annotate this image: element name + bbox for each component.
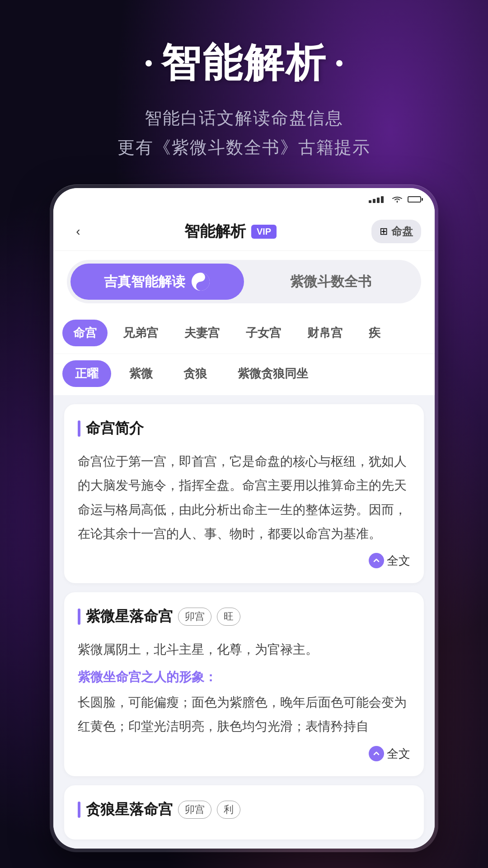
card-mingong-body: 命宫位于第一宫，即首宫，它是命盘的核心与枢纽，犹如人的大脑发号施令，指挥全盘。命… xyxy=(78,449,410,546)
card-ziwei-mingong: 紫微星落命宫 卯宫 旺 紫微属阴土，北斗主星，化尊，为官禄主。 紫微坐命宫之人的… xyxy=(64,592,424,776)
vip-badge: VIP xyxy=(251,225,277,239)
title-row: 智能解析 xyxy=(117,36,371,90)
toggle-left-button[interactable]: 吉真智能解读 xyxy=(70,264,244,300)
title-dot-right xyxy=(336,60,343,66)
card-tanlang-header: 贪狼星落命宫 卯宫 利 xyxy=(78,800,410,820)
tab2-ziwei-tanlang[interactable]: 紫微贪狼同坐 xyxy=(225,360,321,387)
tab-mingong[interactable]: 命宫 xyxy=(62,320,108,346)
tab-fuqigong[interactable]: 夫妻宫 xyxy=(174,320,230,346)
card-tanlang-mingong: 贪狼星落命宫 卯宫 利 xyxy=(64,785,424,840)
app-header: ‹ 智能解析 VIP ⊞ 命盘 xyxy=(53,211,435,251)
mingpan-text: 命盘 xyxy=(391,224,413,239)
read-more-2[interactable]: 全文 xyxy=(78,746,410,762)
card-mingong-title: 命宫简介 xyxy=(86,419,144,439)
tab-ji[interactable]: 疾 xyxy=(358,320,391,346)
card-accent xyxy=(78,420,80,437)
toggle-section: 吉真智能解读 紫微斗数全书 xyxy=(53,251,435,312)
chevron-up-icon-1 xyxy=(373,557,380,564)
card-mingong-header: 命宫简介 xyxy=(78,419,410,439)
read-more-icon-2 xyxy=(369,746,384,761)
tab2-zhengyao[interactable]: 正曜 xyxy=(62,360,111,387)
app-title: 智能解析 xyxy=(184,221,246,242)
signal-icon xyxy=(369,196,387,203)
toggle-container: 吉真智能解读 紫微斗数全书 xyxy=(67,260,421,303)
mingpan-button[interactable]: ⊞ 命盘 xyxy=(371,220,421,243)
toggle-left-label: 吉真智能解读 xyxy=(104,273,185,291)
header-center: 智能解析 VIP xyxy=(184,221,277,242)
read-more-text-2: 全文 xyxy=(387,746,410,762)
back-button[interactable]: ‹ xyxy=(67,220,89,243)
status-icons xyxy=(369,196,421,203)
badge-tanlang-maogong: 卯宫 xyxy=(178,801,211,819)
header-section: 智能解析 智能白话文解读命盘信息 更有《紫微斗数全书》古籍提示 xyxy=(117,36,371,162)
card-tanlang-title: 贪狼星落命宫 xyxy=(86,800,173,820)
badge-li: 利 xyxy=(217,801,240,819)
subtitle: 智能白话文解读命盘信息 更有《紫微斗数全书》古籍提示 xyxy=(117,104,371,162)
phone-inner: ‹ 智能解析 VIP ⊞ 命盘 吉真智能解读 xyxy=(53,188,435,848)
badge-wang: 旺 xyxy=(217,608,240,626)
svg-rect-3 xyxy=(381,196,384,203)
svg-rect-1 xyxy=(373,199,375,203)
card-ziwei-title: 紫微星落命宫 xyxy=(86,607,173,627)
page-title: 智能解析 xyxy=(161,36,327,90)
scroll-content: 命宫简介 命宫位于第一宫，即首宫，它是命盘的核心与枢纽，犹如人的大脑发号施令，指… xyxy=(53,395,435,848)
tab-caibogong[interactable]: 财帛宫 xyxy=(296,320,353,346)
tab2-tanlang[interactable]: 贪狼 xyxy=(171,360,220,387)
toggle-right-button[interactable]: 紫微斗数全书 xyxy=(244,264,418,299)
card-ziwei-body2: 长圆脸，可能偏瘦；面色为紫膪色，晚年后面色可能会变为红黄色；印堂光洁明亮，肤色均… xyxy=(78,690,410,738)
tab-xiongdigong[interactable]: 兄弟宫 xyxy=(112,320,169,346)
card-mingong-intro: 命宫简介 命宫位于第一宫，即首宫，它是命盘的核心与枢纽，犹如人的大脑发号施令，指… xyxy=(64,404,424,583)
tab-zinugong[interactable]: 子女宫 xyxy=(235,320,292,346)
card-accent-3 xyxy=(78,802,80,818)
svg-point-5 xyxy=(199,275,202,279)
mingpan-icon: ⊞ xyxy=(380,226,388,237)
read-more-icon-1 xyxy=(369,553,384,568)
svg-rect-2 xyxy=(377,198,380,203)
tab2-ziwei[interactable]: 紫微 xyxy=(117,360,165,387)
battery-icon xyxy=(408,196,421,203)
purple-subtitle: 紫微坐命宫之人的形象： xyxy=(78,669,410,686)
svg-rect-0 xyxy=(369,200,371,203)
tabs-row-2: 正曜 紫微 贪狼 紫微贪狼同坐 xyxy=(53,354,435,395)
card-ziwei-body: 紫微属阴土，北斗主星，化尊，为官禄主。 xyxy=(78,637,410,661)
card-ziwei-header: 紫微星落命宫 卯宫 旺 xyxy=(78,607,410,627)
toggle-right-label: 紫微斗数全书 xyxy=(290,273,371,291)
wifi-icon xyxy=(390,196,404,203)
card-accent-2 xyxy=(78,609,80,625)
title-dot-left xyxy=(145,60,152,66)
status-bar xyxy=(53,188,435,211)
chevron-up-icon-2 xyxy=(373,750,380,757)
svg-point-6 xyxy=(199,284,202,288)
tabs-row-1: 命宫 兄弟宫 夫妻宫 子女宫 财帛宫 疾 xyxy=(53,312,435,354)
read-more-1[interactable]: 全文 xyxy=(78,553,410,569)
yinyang-icon xyxy=(191,272,211,292)
read-more-text-1: 全文 xyxy=(387,553,410,569)
badge-maogong: 卯宫 xyxy=(178,608,211,626)
phone-frame: ‹ 智能解析 VIP ⊞ 命盘 吉真智能解读 xyxy=(50,184,438,852)
